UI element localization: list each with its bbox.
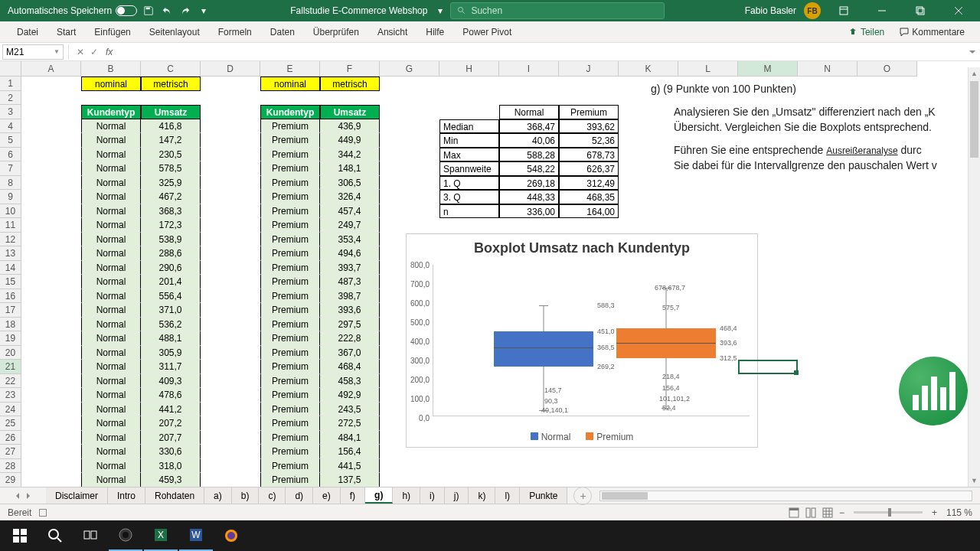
redo-icon[interactable] bbox=[178, 4, 192, 18]
sheet-tab-k[interactable]: k) bbox=[469, 487, 495, 504]
svg-rect-3 bbox=[916, 7, 923, 13]
tab-powerpivot[interactable]: Power Pivot bbox=[453, 21, 521, 42]
svg-rect-2 bbox=[840, 7, 848, 15]
search-taskbar-icon[interactable] bbox=[38, 520, 72, 551]
status-label: Bereit bbox=[8, 507, 31, 518]
sheet-tab-Rohdaten[interactable]: Rohdaten bbox=[145, 487, 204, 504]
svg-rect-0 bbox=[146, 8, 150, 10]
svg-text:W: W bbox=[191, 530, 201, 540]
firefox-icon[interactable] bbox=[214, 520, 248, 551]
windows-taskbar: X W bbox=[0, 520, 980, 551]
boxplot-chart[interactable]: Boxplot Umsatz nach Kundentyp 0,0100,020… bbox=[406, 233, 758, 448]
taskview-icon[interactable] bbox=[74, 520, 107, 551]
macro-record-icon[interactable] bbox=[39, 509, 47, 517]
chart-title: Boxplot Umsatz nach Kundentyp bbox=[407, 234, 757, 262]
close-button[interactable] bbox=[943, 0, 974, 21]
sheet-tab-a[interactable]: a) bbox=[204, 487, 232, 504]
tab-seitenlayout[interactable]: Seitenlayout bbox=[140, 21, 209, 42]
svg-rect-6 bbox=[789, 508, 799, 510]
accept-formula-icon[interactable]: ✓ bbox=[87, 47, 101, 57]
zoom-in-icon[interactable]: + bbox=[929, 507, 940, 518]
scroll-thumb[interactable] bbox=[970, 81, 978, 158]
tab-datei[interactable]: Datei bbox=[8, 21, 47, 42]
column-headers[interactable]: ABCDEFGHIJKLMNO bbox=[21, 61, 917, 77]
sheet-tab-Disclaimer[interactable]: Disclaimer bbox=[46, 487, 108, 504]
sheet-tab-i[interactable]: i) bbox=[420, 487, 445, 504]
title-bar: Automatisches Speichern ▾ Fallstudie E-C… bbox=[0, 0, 980, 21]
qat-more-icon[interactable]: ▾ bbox=[197, 4, 211, 18]
sheet-tab-g[interactable]: g) bbox=[365, 487, 393, 504]
svg-rect-12 bbox=[13, 536, 19, 543]
view-pagebreak-icon[interactable] bbox=[819, 506, 836, 520]
autosave-label: Automatisches Speichern bbox=[8, 5, 112, 16]
view-normal-icon[interactable] bbox=[786, 506, 802, 520]
fx-icon[interactable]: fx bbox=[106, 47, 113, 57]
undo-icon[interactable] bbox=[160, 4, 174, 18]
svg-rect-13 bbox=[21, 536, 27, 543]
sheet-tab-d[interactable]: d) bbox=[286, 487, 313, 504]
add-sheet-button[interactable]: + bbox=[573, 487, 592, 505]
search-input[interactable]: Suchen bbox=[450, 2, 665, 19]
obs-icon[interactable] bbox=[109, 520, 142, 551]
svg-rect-10 bbox=[13, 529, 19, 535]
start-button[interactable] bbox=[3, 520, 37, 551]
toggle-off-icon[interactable] bbox=[116, 5, 137, 16]
sheet-tab-bar: DisclaimerIntroRohdatena)b)c)d)e)f)g)h)i… bbox=[0, 487, 980, 504]
ribbon-tabs: Datei Start Einfügen Seitenlayout Formel… bbox=[0, 21, 980, 43]
save-icon[interactable] bbox=[142, 4, 155, 18]
word-icon[interactable]: W bbox=[179, 520, 213, 551]
search-placeholder: Suchen bbox=[471, 5, 502, 16]
user-name[interactable]: Fabio Basler bbox=[745, 5, 796, 16]
row-headers[interactable]: 1234567891011121314151617181920212223242… bbox=[0, 77, 21, 487]
sheet-tab-Intro[interactable]: Intro bbox=[108, 487, 145, 504]
share-button[interactable]: Teilen bbox=[841, 27, 892, 37]
comments-button[interactable]: Kommentare bbox=[892, 27, 972, 37]
tab-daten[interactable]: Daten bbox=[261, 21, 304, 42]
horizontal-scrollbar[interactable] bbox=[599, 491, 972, 501]
sheet-nav[interactable] bbox=[0, 493, 46, 499]
logo-watermark bbox=[899, 357, 968, 425]
user-avatar[interactable]: FB bbox=[804, 2, 821, 19]
sheet-tab-c[interactable]: c) bbox=[259, 487, 286, 504]
scroll-down-icon[interactable]: ▼ bbox=[969, 474, 980, 487]
expand-formula-icon[interactable] bbox=[965, 47, 980, 57]
sheet-tab-h[interactable]: h) bbox=[393, 487, 420, 504]
tab-ansicht[interactable]: Ansicht bbox=[368, 21, 416, 42]
excel-icon[interactable]: X bbox=[144, 520, 178, 551]
document-name[interactable]: Fallstudie E-Commerce Webshop bbox=[290, 5, 427, 16]
zoom-value[interactable]: 115 % bbox=[940, 507, 972, 518]
svg-rect-8 bbox=[812, 508, 815, 517]
minimize-button[interactable] bbox=[867, 0, 897, 21]
spreadsheet-grid[interactable]: ABCDEFGHIJKLMNO 123456789101112131415161… bbox=[0, 61, 980, 487]
sheet-tab-b[interactable]: b) bbox=[232, 487, 260, 504]
sheet-tab-l[interactable]: l) bbox=[495, 487, 520, 504]
autosave-toggle[interactable]: Automatisches Speichern bbox=[8, 5, 137, 16]
ribbon-mode-icon[interactable] bbox=[828, 0, 859, 21]
name-box[interactable]: M21▼ bbox=[2, 44, 64, 60]
svg-point-14 bbox=[49, 530, 58, 539]
tab-ueberpruefen[interactable]: Überprüfen bbox=[304, 21, 368, 42]
view-pagelayout-icon[interactable] bbox=[802, 506, 819, 520]
svg-rect-7 bbox=[806, 508, 810, 517]
zoom-out-icon[interactable]: − bbox=[836, 507, 848, 518]
sheet-tab-j[interactable]: j) bbox=[445, 487, 469, 504]
tab-einfuegen[interactable]: Einfügen bbox=[85, 21, 139, 42]
cancel-formula-icon[interactable]: ✕ bbox=[74, 47, 87, 57]
svg-point-18 bbox=[122, 532, 129, 538]
svg-text:X: X bbox=[158, 530, 164, 540]
maximize-button[interactable] bbox=[905, 0, 936, 21]
select-all-corner[interactable] bbox=[0, 61, 21, 77]
formula-input[interactable] bbox=[117, 44, 965, 60]
chart-legend: Normal Premium bbox=[407, 432, 757, 442]
sheet-tab-Punkte[interactable]: Punkte bbox=[520, 487, 567, 504]
tab-start[interactable]: Start bbox=[47, 21, 85, 42]
svg-rect-4 bbox=[918, 8, 924, 15]
tab-hilfe[interactable]: Hilfe bbox=[416, 21, 453, 42]
scroll-up-icon[interactable]: ▲ bbox=[969, 67, 980, 80]
vertical-scrollbar[interactable]: ▲ ▼ bbox=[968, 67, 980, 487]
tab-formeln[interactable]: Formeln bbox=[209, 21, 261, 42]
zoom-slider[interactable] bbox=[854, 511, 923, 514]
sheet-tab-f[interactable]: f) bbox=[341, 487, 365, 504]
svg-rect-16 bbox=[91, 531, 96, 539]
sheet-tab-e[interactable]: e) bbox=[313, 487, 341, 504]
